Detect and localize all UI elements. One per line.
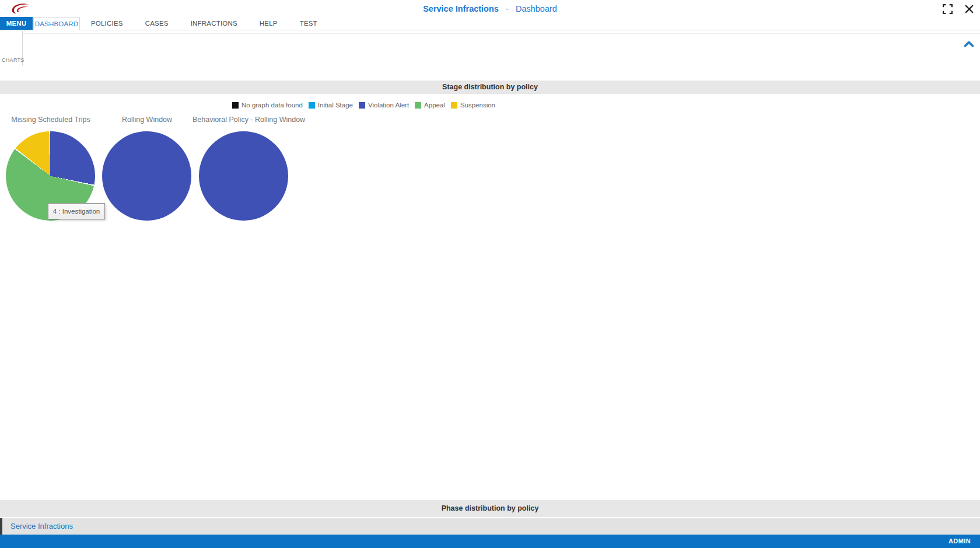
- page-title-separator: [501, 4, 506, 13]
- charts-panel-label: CHARTS: [2, 57, 22, 63]
- legend-item-violation-alert[interactable]: Violation Alert: [359, 102, 409, 109]
- header: Service Infractions - Dashboard: [0, 0, 980, 17]
- pie-title-missing-scheduled-trips: Missing Scheduled Trips: [6, 116, 96, 124]
- phase-section-header: Phase distribution by policy: [0, 500, 980, 517]
- stage-section-header: Stage distribution by policy: [0, 81, 980, 94]
- tab-test[interactable]: TEST: [289, 17, 328, 30]
- admin-role-label: ADMIN: [949, 535, 971, 548]
- legend-swatch: [415, 102, 421, 109]
- legend-label: Appeal: [424, 102, 445, 109]
- footer-edge-bar: [0, 518, 2, 535]
- legend-item-appeal[interactable]: Appeal: [415, 102, 445, 109]
- chart-legend: No graph data found Initial Stage Violat…: [232, 102, 495, 109]
- status-bar: [0, 535, 980, 548]
- tab-policies[interactable]: POLICIES: [80, 17, 134, 30]
- close-icon[interactable]: [964, 4, 974, 14]
- legend-label: No graph data found: [242, 102, 303, 109]
- pie-chart-behavioral-policy[interactable]: [199, 131, 288, 221]
- tab-cases[interactable]: CASES: [134, 17, 180, 30]
- legend-swatch: [451, 102, 457, 109]
- legend-item-initial-stage[interactable]: Initial Stage: [309, 102, 353, 109]
- legend-swatch: [232, 102, 239, 109]
- legend-label: Violation Alert: [368, 102, 409, 109]
- chart-tooltip: 4 : Investigation: [48, 203, 105, 219]
- tab-infractions[interactable]: INFRACTIONS: [180, 17, 249, 30]
- footer-strip: [0, 518, 980, 535]
- tab-help[interactable]: HELP: [249, 17, 289, 30]
- pie-chart-rolling-window[interactable]: [102, 131, 191, 221]
- tab-dashboard[interactable]: DASHBOARD: [33, 17, 80, 30]
- legend-swatch: [359, 102, 365, 109]
- legend-swatch: [309, 102, 315, 109]
- page-title-primary: Service Infractions: [423, 4, 499, 13]
- tab-bar: MENU DASHBOARD POLICIES CASES INFRACTION…: [0, 17, 980, 30]
- menu-button[interactable]: MENU: [0, 17, 33, 30]
- legend-label: Suspension: [460, 102, 495, 109]
- fullscreen-icon[interactable]: [943, 4, 953, 14]
- pie-title-behavioral-policy: Behavioral Policy - Rolling Window: [192, 116, 295, 124]
- footer-service-infractions-link[interactable]: Service Infractions: [10, 518, 73, 535]
- legend-item-no-data[interactable]: No graph data found: [232, 102, 303, 109]
- page-title: Service Infractions - Dashboard: [0, 4, 980, 13]
- page-title-secondary: Dashboard: [516, 4, 557, 13]
- app-window: Service Infractions - Dashboard MENU DAS…: [0, 0, 980, 548]
- legend-item-suspension[interactable]: Suspension: [451, 102, 495, 109]
- panel-top-divider: [22, 33, 980, 34]
- legend-label: Initial Stage: [318, 102, 353, 109]
- pie-title-rolling-window: Rolling Window: [102, 116, 192, 124]
- chevron-up-icon[interactable]: [964, 40, 974, 48]
